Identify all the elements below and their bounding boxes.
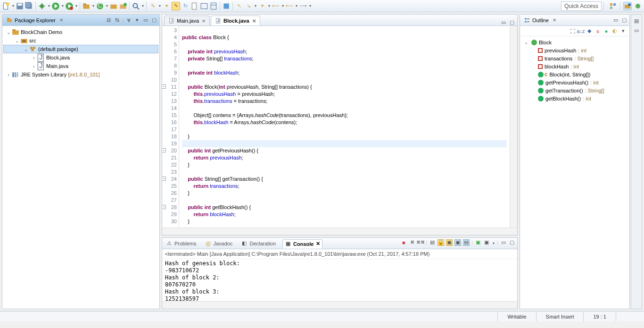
console-tab[interactable]: ▣Console✕ bbox=[282, 239, 322, 249]
package-tree[interactable]: ⌄ BlockChain Demo ⌄ src ⌄ (default packa… bbox=[2, 26, 159, 309]
toggle-block-icon[interactable] bbox=[222, 2, 231, 10]
close-icon[interactable]: ✕ bbox=[202, 18, 206, 24]
toggle-mark-icon[interactable] bbox=[209, 2, 218, 10]
maximize-icon[interactable]: ▢ bbox=[509, 19, 515, 25]
new-icon[interactable] bbox=[2, 2, 10, 10]
outline-item[interactable]: CBlock(int, String[]) bbox=[522, 70, 627, 78]
maximize-icon[interactable]: ▢ bbox=[151, 17, 157, 24]
close-icon[interactable]: ✕ bbox=[316, 241, 320, 247]
view-menu-icon[interactable]: ▾ bbox=[620, 28, 627, 34]
twisty-icon[interactable]: › bbox=[31, 64, 37, 69]
javadoc-tab[interactable]: @Javadoc bbox=[203, 239, 234, 248]
dropdown-icon[interactable]: ▾ bbox=[91, 2, 95, 10]
editor-tab[interactable]: JMain.java✕ bbox=[164, 16, 210, 25]
run-last-icon[interactable] bbox=[65, 2, 74, 10]
refresh-icon[interactable]: ↻ bbox=[181, 2, 190, 10]
open-task-icon[interactable] bbox=[119, 2, 127, 10]
tree-file-block[interactable]: › J Block.java bbox=[3, 53, 158, 62]
tree-jre[interactable]: › JRE System Library [jre1.8.0_101] bbox=[3, 70, 158, 79]
minimize-icon[interactable]: ▭ bbox=[500, 239, 507, 246]
minimize-icon[interactable]: ▭ bbox=[612, 17, 619, 24]
editor-tab[interactable]: JBlock.java✕ bbox=[211, 16, 260, 25]
outline-item[interactable]: blockHash : int bbox=[522, 62, 627, 70]
debug-perspective-icon[interactable] bbox=[634, 2, 642, 10]
link-editor-icon[interactable]: ⇆ bbox=[114, 17, 120, 24]
declaration-tab[interactable]: ◧Declaration bbox=[239, 239, 278, 248]
terminate-icon[interactable]: ■ bbox=[400, 239, 407, 246]
save-all-icon[interactable] bbox=[25, 2, 33, 10]
pin-console-icon[interactable]: ▣ bbox=[454, 239, 461, 246]
tree-src[interactable]: ⌄ src bbox=[3, 36, 158, 45]
minimize-icon[interactable]: ▭ bbox=[500, 19, 507, 25]
problems-tab[interactable]: ⚠Problems bbox=[164, 239, 198, 248]
prev-annotation-icon[interactable]: ↖ bbox=[235, 2, 243, 10]
maximize-icon[interactable]: ▢ bbox=[621, 17, 627, 24]
last-edit-icon[interactable]: ✦ bbox=[258, 2, 266, 10]
hide-fields-icon[interactable]: ◆ bbox=[586, 28, 593, 34]
twisty-icon[interactable]: › bbox=[5, 72, 12, 77]
dropdown-icon[interactable]: ▾ bbox=[141, 2, 144, 10]
show-console-icon[interactable]: ▣ bbox=[446, 239, 453, 246]
dropdown-icon[interactable]: ▾ bbox=[158, 2, 161, 10]
line-gutter[interactable]: 34567891011−121314151617181920−21222324−… bbox=[162, 26, 179, 227]
twisty-icon[interactable]: › bbox=[31, 55, 37, 60]
new-console-icon[interactable]: ▣ bbox=[483, 239, 490, 246]
twisty-icon[interactable]: ⌄ bbox=[523, 40, 529, 45]
task-list-icon[interactable]: ▤ bbox=[633, 17, 640, 24]
build-icon[interactable] bbox=[190, 2, 199, 10]
outline-tree[interactable]: ⌄ Block previousHash : inttransactions :… bbox=[520, 36, 629, 104]
outline-tab[interactable]: Outline ✕ bbox=[522, 16, 558, 25]
remove-launch-icon[interactable]: ✖ bbox=[409, 239, 415, 246]
dropdown-icon[interactable]: ▾ bbox=[267, 2, 271, 10]
quick-access-field[interactable]: Quick Access bbox=[561, 1, 602, 11]
outline-item[interactable]: getTransaction() : String[] bbox=[522, 86, 627, 94]
wand-icon[interactable]: ✎ bbox=[149, 2, 157, 10]
outline-class[interactable]: ⌄ Block bbox=[522, 38, 627, 46]
outline-item[interactable]: getBlockHash() : int bbox=[522, 94, 627, 102]
next-annotation-icon[interactable]: ↘ bbox=[244, 2, 253, 10]
dropdown-icon[interactable]: ▾ bbox=[254, 2, 257, 10]
toggle-breadcrumb-icon[interactable] bbox=[200, 2, 208, 10]
outline-item[interactable]: getPreviousHash() : int bbox=[522, 78, 627, 86]
open-perspective-icon[interactable] bbox=[609, 2, 617, 10]
tree-file-main[interactable]: › J Main.java bbox=[3, 62, 158, 70]
vertical-scrollbar[interactable] bbox=[510, 26, 517, 227]
open-console-icon[interactable]: ▣ bbox=[475, 239, 481, 246]
dropdown-icon[interactable]: ▾ bbox=[74, 2, 78, 10]
twisty-icon[interactable]: ⌄ bbox=[23, 47, 29, 52]
clear-console-icon[interactable]: ▤ bbox=[429, 239, 436, 246]
java-perspective-icon[interactable] bbox=[623, 2, 632, 10]
link-icon[interactable]: ✦ bbox=[162, 2, 171, 10]
open-type-icon[interactable] bbox=[109, 2, 118, 10]
outline-item[interactable]: previousHash : int bbox=[522, 46, 627, 54]
collapse-all-icon[interactable]: ⊟ bbox=[105, 17, 112, 24]
dropdown-icon[interactable]: ▾ bbox=[47, 2, 50, 10]
debug-icon[interactable] bbox=[38, 2, 46, 10]
remove-all-icon[interactable]: ✖✖ bbox=[417, 239, 424, 246]
scroll-lock-icon[interactable]: 🔒 bbox=[438, 239, 444, 246]
close-icon[interactable]: ✕ bbox=[553, 17, 556, 23]
dropdown-icon[interactable]: ▾ bbox=[308, 2, 312, 10]
dropdown-icon[interactable]: ▾ bbox=[105, 2, 108, 10]
maximize-icon[interactable]: ▢ bbox=[509, 239, 515, 246]
package-explorer-tab[interactable]: Package Explorer ✕ bbox=[4, 16, 65, 25]
focus-icon[interactable]: ⛶ bbox=[569, 28, 576, 34]
tree-project[interactable]: ⌄ BlockChain Demo bbox=[3, 28, 158, 36]
dropdown-icon[interactable]: ▾ bbox=[281, 2, 284, 10]
back2-icon[interactable]: ⟵ bbox=[285, 2, 294, 10]
save-icon[interactable] bbox=[16, 2, 24, 10]
hide-static-icon[interactable]: s bbox=[594, 28, 601, 34]
horizontal-scrollbar[interactable] bbox=[162, 227, 517, 235]
twisty-icon[interactable]: ⌄ bbox=[5, 30, 12, 35]
dropdown-icon[interactable]: ▾ bbox=[61, 2, 64, 10]
filter-icon[interactable]: ⛛ bbox=[125, 17, 132, 24]
search-icon[interactable] bbox=[132, 2, 140, 10]
new-class-icon[interactable]: C bbox=[96, 2, 104, 10]
dropdown-icon[interactable]: ▾ bbox=[492, 239, 495, 248]
dropdown-icon[interactable]: ▾ bbox=[295, 2, 298, 10]
forward-icon[interactable]: ⟶ bbox=[299, 2, 307, 10]
sort-icon[interactable]: a↓z bbox=[578, 28, 584, 34]
display-selected-icon[interactable]: ▤ bbox=[463, 239, 470, 246]
highlight-icon[interactable]: ✎ bbox=[172, 2, 180, 10]
run-icon[interactable] bbox=[51, 2, 60, 10]
